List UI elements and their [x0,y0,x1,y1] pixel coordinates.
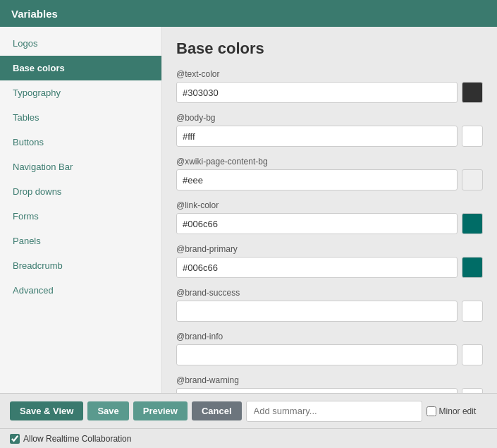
footer-actions: Save & View Save Preview Cancel Minor ed… [0,393,497,428]
field-group-xwiki-page-content-bg: @xwiki-page-content-bg [176,157,483,190]
field-row-brand-warning [176,388,483,393]
field-group-body-bg: @body-bg [176,113,483,147]
field-label-brand-success: @brand-success [176,288,483,298]
field-group-link-color: @link-color [176,200,483,234]
field-group-brand-success: @brand-success [176,288,483,322]
sidebar-item-forms[interactable]: Forms [0,204,161,229]
minor-edit-label: Minor edit [439,406,477,416]
sidebar-item-panels[interactable]: Panels [0,229,161,253]
color-swatch-brand-success[interactable] [462,301,483,322]
sidebar-item-typography[interactable]: Typography [0,80,161,105]
sidebar-item-base-colors[interactable]: Base colors [0,56,161,80]
color-swatch-link-color[interactable] [462,213,483,234]
field-label-text-color: @text-color [176,69,483,79]
color-swatch-body-bg[interactable] [462,126,483,147]
save-button[interactable]: Save [87,401,128,420]
field-row-text-color [176,82,483,103]
minor-edit-area: Minor edit [427,406,477,416]
field-row-brand-success [176,301,483,322]
header-title: Variables [11,8,58,20]
field-label-xwiki-page-content-bg: @xwiki-page-content-bg [176,157,483,167]
field-label-link-color: @link-color [176,200,483,210]
field-input-brand-warning[interactable] [176,388,458,393]
main-content: LogosBase colorsTypographyTablesButtonsN… [0,27,497,393]
field-row-link-color [176,213,483,234]
app-container: Variables LogosBase colorsTypographyTabl… [0,0,497,448]
summary-input[interactable] [246,401,422,422]
field-group-brand-primary: @brand-primary [176,244,483,278]
field-label-brand-info: @brand-info [176,332,483,341]
field-group-brand-warning: @brand-warning [176,375,483,393]
content-area: Base colors @text-color@body-bg@xwiki-pa… [162,27,497,393]
color-swatch-brand-warning[interactable] [462,388,483,393]
field-group-text-color: @text-color [176,69,483,103]
field-row-brand-info [176,344,483,365]
color-swatch-brand-info[interactable] [462,344,483,365]
color-swatch-brand-primary[interactable] [462,257,483,278]
field-row-brand-primary [176,257,483,278]
header: Variables [0,0,497,27]
preview-button[interactable]: Preview [133,401,188,420]
sidebar: LogosBase colorsTypographyTablesButtonsN… [0,27,162,393]
sidebar-item-tables[interactable]: Tables [0,105,161,130]
field-input-text-color[interactable] [176,82,458,103]
fields-container: @text-color@body-bg@xwiki-page-content-b… [176,69,483,393]
realtime-label: Allow Realtime Collaboration [23,434,131,444]
field-label-brand-primary: @brand-primary [176,244,483,254]
sidebar-item-buttons[interactable]: Buttons [0,130,161,155]
realtime-checkbox[interactable] [10,434,20,444]
field-row-body-bg [176,126,483,147]
save-view-button[interactable]: Save & View [10,401,83,420]
field-group-brand-info: @brand-info [176,332,483,365]
field-input-brand-primary[interactable] [176,257,458,278]
sidebar-item-advanced[interactable]: Advanced [0,278,161,303]
sidebar-item-breadcrumb[interactable]: Breadcrumb [0,253,161,278]
field-input-brand-success[interactable] [176,301,458,322]
field-input-body-bg[interactable] [176,126,458,147]
sidebar-item-logos[interactable]: Logos [0,31,161,56]
field-input-brand-info[interactable] [176,344,458,365]
color-swatch-text-color[interactable] [462,82,483,103]
sidebar-item-navigation-bar[interactable]: Navigation Bar [0,155,161,179]
field-label-body-bg: @body-bg [176,113,483,123]
field-row-xwiki-page-content-bg [176,169,483,190]
page-title: Base colors [176,40,483,58]
minor-edit-checkbox[interactable] [427,406,436,416]
field-input-link-color[interactable] [176,213,458,234]
field-input-xwiki-page-content-bg[interactable] [176,169,458,190]
sidebar-item-drop-downs[interactable]: Drop downs [0,179,161,204]
field-label-brand-warning: @brand-warning [176,375,483,385]
footer-realtime: Allow Realtime Collaboration [0,428,497,448]
cancel-button[interactable]: Cancel [192,401,242,420]
color-swatch-xwiki-page-content-bg[interactable] [462,169,483,190]
